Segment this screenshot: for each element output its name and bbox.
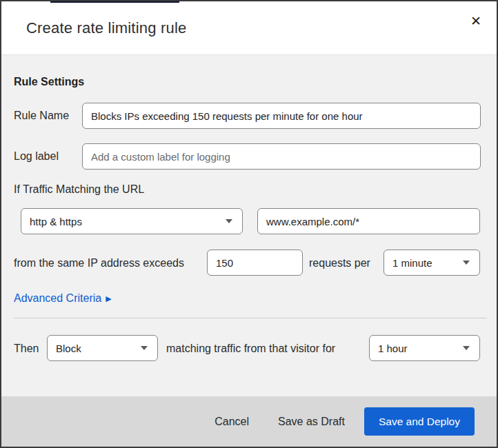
rule-settings-heading: Rule Settings	[14, 76, 84, 88]
request-count-input[interactable]	[207, 250, 303, 276]
log-label-input[interactable]	[82, 143, 481, 170]
duration-select-value: 1 hour	[378, 343, 408, 354]
rule-name-label: Rule Name	[14, 103, 69, 129]
threshold-prefix-text: from the same IP address exceeds	[14, 257, 184, 269]
save-as-draft-button[interactable]: Save as Draft	[278, 416, 345, 428]
action-select-value: Block	[56, 343, 81, 354]
chevron-down-icon	[226, 219, 232, 223]
period-select-value: 1 minute	[392, 257, 432, 269]
underlying-page-edge-strip	[50, 0, 179, 3]
then-label: Then	[14, 343, 39, 355]
cancel-button[interactable]: Cancel	[215, 416, 249, 428]
chevron-down-icon	[463, 346, 470, 350]
dialog-footer: Cancel Save as Draft Save and Deploy	[1, 396, 497, 447]
save-and-deploy-button[interactable]: Save and Deploy	[364, 407, 475, 436]
dialog-header: Create rate limiting rule ✕	[1, 1, 497, 55]
dialog-body: Rule Settings Rule Name Log label If Tra…	[1, 55, 497, 396]
create-rate-limiting-rule-dialog: Create rate limiting rule ✕ Rule Setting…	[0, 0, 498, 448]
scheme-select-value: http & https	[30, 216, 82, 227]
expand-arrow-icon: ▶	[106, 295, 111, 303]
matching-traffic-text: matching traffic from that visitor for	[166, 343, 335, 355]
chevron-down-icon	[463, 261, 470, 265]
advanced-criteria-link[interactable]: Advanced Criteria ▶	[14, 292, 112, 305]
close-icon[interactable]: ✕	[466, 11, 486, 30]
scheme-select[interactable]: http & https	[21, 208, 243, 234]
rule-name-input[interactable]	[82, 103, 481, 129]
chevron-down-icon	[141, 346, 148, 350]
period-select[interactable]: 1 minute	[384, 250, 480, 276]
requests-per-text: requests per	[309, 257, 370, 269]
section-divider	[14, 318, 487, 318]
url-pattern-input[interactable]	[257, 208, 480, 234]
log-label-label: Log label	[14, 143, 59, 170]
advanced-criteria-label: Advanced Criteria	[14, 292, 101, 305]
dialog-title: Create rate limiting rule	[26, 19, 466, 37]
action-select[interactable]: Block	[47, 335, 158, 361]
duration-select[interactable]: 1 hour	[369, 335, 480, 361]
traffic-match-heading: If Traffic Matching the URL	[14, 183, 144, 196]
